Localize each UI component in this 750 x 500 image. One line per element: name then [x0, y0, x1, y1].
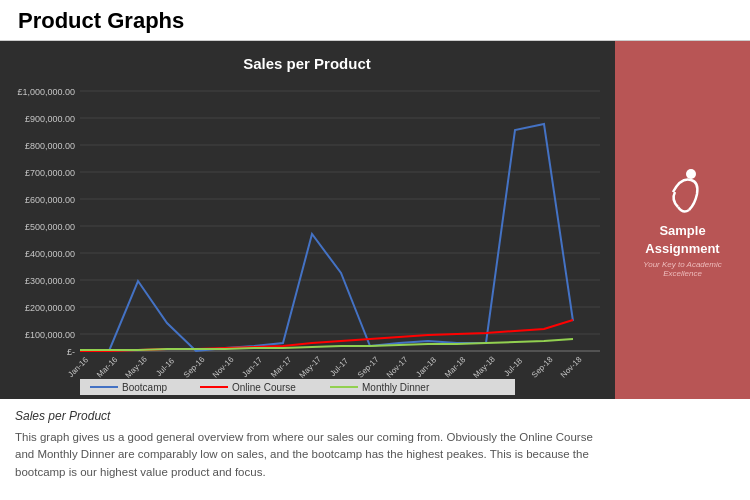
page-title: Product Graphs — [18, 8, 732, 34]
logo-section: Sample Assignment Your Key to Academic E… — [615, 41, 750, 399]
svg-text:£200,000.00: £200,000.00 — [25, 303, 75, 313]
svg-text:Monthly Dinner: Monthly Dinner — [362, 382, 430, 393]
svg-text:£1,000,000.00: £1,000,000.00 — [17, 87, 75, 97]
chart-container: Sales per Product £1,000,000.00 £900,000… — [0, 41, 615, 371]
svg-point-48 — [686, 169, 696, 179]
logo-brand: Sample Assignment — [625, 222, 740, 258]
svg-text:£100,000.00: £100,000.00 — [25, 330, 75, 340]
chart-title: Sales per Product — [243, 55, 371, 72]
svg-text:£-: £- — [67, 347, 75, 357]
svg-text:£600,000.00: £600,000.00 — [25, 195, 75, 205]
svg-text:Online Course: Online Course — [232, 382, 296, 393]
svg-text:£900,000.00: £900,000.00 — [25, 114, 75, 124]
svg-text:£800,000.00: £800,000.00 — [25, 141, 75, 151]
text-section: Sales per Product This graph gives us a … — [0, 399, 615, 491]
main-content: Sales per Product £1,000,000.00 £900,000… — [0, 41, 750, 491]
chart-description: This graph gives us a good general overv… — [15, 429, 600, 481]
svg-text:Bootcamp: Bootcamp — [122, 382, 167, 393]
page-header: Product Graphs — [0, 0, 750, 41]
svg-text:£700,000.00: £700,000.00 — [25, 168, 75, 178]
svg-text:£500,000.00: £500,000.00 — [25, 222, 75, 232]
svg-text:£300,000.00: £300,000.00 — [25, 276, 75, 286]
svg-rect-0 — [0, 41, 615, 399]
chart-svg: Sales per Product £1,000,000.00 £900,000… — [0, 41, 615, 399]
svg-text:£400,000.00: £400,000.00 — [25, 249, 75, 259]
logo-icon — [653, 162, 713, 222]
chart-label: Sales per Product — [15, 409, 600, 423]
logo-tagline: Your Key to Academic Excellence — [625, 260, 740, 278]
